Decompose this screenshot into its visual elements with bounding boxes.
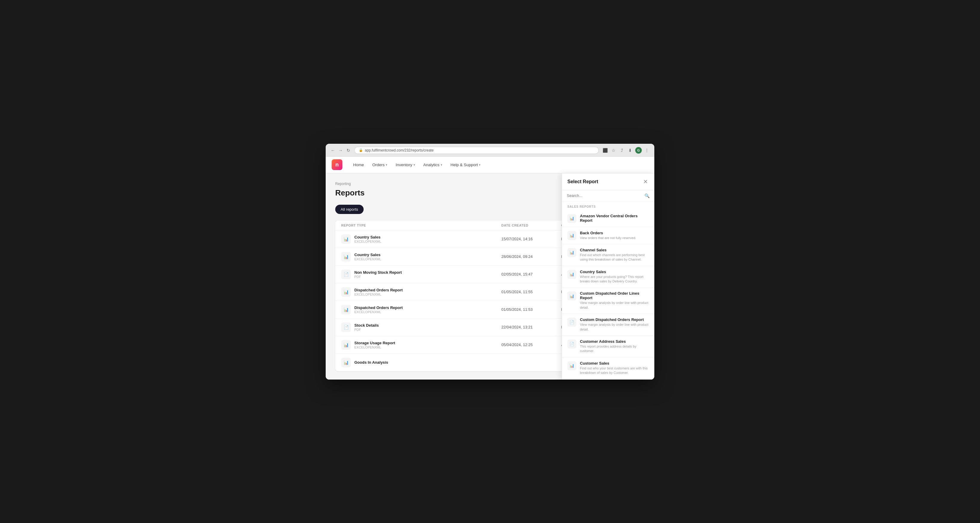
browser-chrome: ← → ↻ 🔒 app.fulfilmentcrowd.com/232/repo…	[326, 144, 654, 156]
nav-orders-label: Orders	[372, 163, 385, 167]
nav-home[interactable]: Home	[350, 160, 368, 169]
report-name: Country Sales	[354, 235, 381, 239]
panel-list: 📊 Amazon Vendor Central Orders Report 📊 …	[562, 210, 654, 379]
nav-home-label: Home	[353, 163, 364, 167]
nav-inventory[interactable]: Inventory ▾	[392, 160, 418, 169]
select-report-panel: Select Report ✕ 🔍 SALES REPORTS 📊 Amazon…	[562, 173, 654, 379]
report-info: Non Moving Stock Report PDF	[354, 270, 402, 279]
panel-item-desc: Find out who your best customers are wit…	[580, 366, 649, 375]
report-type-cell: 📊 Dispatched Orders Report EXCELOPENXML	[341, 287, 501, 297]
panel-item-content: Back Orders View orders that are not ful…	[580, 231, 649, 240]
panel-item-icon: 📊	[567, 214, 576, 223]
panel-title: Select Report	[567, 179, 598, 184]
help-chevron-icon: ▾	[479, 163, 480, 166]
reload-button[interactable]: ↻	[345, 147, 352, 153]
panel-section-label: SALES REPORTS	[562, 201, 654, 210]
panel-item-desc: View margin analysis by order line with …	[580, 301, 649, 310]
list-item[interactable]: 📊 Custom Dispatched Order Lines Report V…	[562, 287, 654, 314]
search-input[interactable]	[567, 193, 642, 198]
download-button[interactable]: ⬇	[627, 147, 633, 154]
nav-analytics[interactable]: Analytics ▾	[420, 160, 446, 169]
header-report-type: REPORT TYPE	[341, 223, 501, 227]
list-item[interactable]: 📊 Amazon Vendor Central Orders Report	[562, 210, 654, 227]
top-nav: n Home Orders ▾ Inventory ▾ Analytics ▾	[326, 156, 654, 173]
panel-item-icon: 📄	[567, 318, 576, 327]
date-cell: 05/04/2024, 12:25	[501, 343, 561, 347]
logo[interactable]: n	[332, 159, 342, 170]
all-reports-button[interactable]: All reports	[335, 205, 364, 214]
report-format: EXCELOPENXML	[354, 240, 381, 243]
report-info: Dispatched Orders Report EXCELOPENXML	[354, 288, 403, 296]
report-name: Stock Details	[354, 323, 379, 328]
report-format: EXCELOPENXML	[354, 346, 395, 349]
panel-close-button[interactable]: ✕	[642, 178, 649, 185]
share-button[interactable]: ⤴	[619, 147, 625, 154]
report-name: Dispatched Orders Report	[354, 288, 403, 292]
panel-item-desc: View orders that are not fully reserved.	[580, 236, 649, 240]
report-icon: 📊	[341, 287, 351, 297]
nav-orders[interactable]: Orders ▾	[369, 160, 391, 169]
profile-button[interactable]: G	[635, 147, 642, 154]
panel-item-title: Back Orders	[580, 231, 649, 235]
app-container: n Home Orders ▾ Inventory ▾ Analytics ▾	[326, 156, 654, 379]
report-type-cell: 📄 Stock Details PDF	[341, 322, 501, 332]
date-cell: 01/05/2024, 11:55	[501, 290, 561, 294]
panel-item-title: Custom Dispatched Order Lines Report	[580, 291, 649, 300]
report-type-cell: 📊 Goods In Analysis	[341, 358, 501, 367]
lock-icon: 🔒	[359, 148, 363, 152]
report-format: EXCELOPENXML	[354, 310, 403, 314]
panel-item-icon: 📊	[567, 248, 576, 257]
report-icon: 📄	[341, 269, 351, 279]
menu-button[interactable]: ⋮	[644, 147, 650, 154]
report-type-cell: 📊 Country Sales EXCELOPENXML	[341, 234, 501, 244]
url-text: app.fulfilmentcrowd.com/232/reports/crea…	[365, 148, 594, 152]
panel-item-title: Custom Dispatched Orders Report	[580, 317, 649, 322]
panel-item-desc: This report provides address details by …	[580, 344, 649, 354]
panel-item-title: Amazon Vendor Central Orders Report	[580, 214, 649, 223]
forward-button[interactable]: →	[337, 147, 344, 153]
report-info: Dispatched Orders Report EXCELOPENXML	[354, 305, 403, 314]
report-icon: 📊	[341, 234, 351, 244]
back-button[interactable]: ←	[330, 147, 336, 153]
list-item[interactable]: 📊 Channel Sales Find out which channels …	[562, 244, 654, 266]
report-icon: 📄	[341, 322, 351, 332]
search-icon: 🔍	[644, 193, 649, 198]
panel-item-desc: View margin analysis by order line with …	[580, 322, 649, 332]
browser-controls: ← → ↻	[330, 147, 352, 153]
list-item[interactable]: 📊 Country Sales Where are your products …	[562, 266, 654, 288]
report-name: Country Sales	[354, 252, 381, 257]
panel-item-title: Customer Sales	[580, 361, 649, 365]
list-item[interactable]: 📄 Custom Dispatched Orders Report View m…	[562, 314, 654, 336]
date-cell: 28/06/2024, 09:24	[501, 254, 561, 259]
panel-item-content: Customer Sales Find out who your best cu…	[580, 361, 649, 375]
panel-item-desc: Find out which channels are performing b…	[580, 253, 649, 262]
report-type-cell: 📊 Dispatched Orders Report EXCELOPENXML	[341, 305, 501, 314]
report-name: Non Moving Stock Report	[354, 270, 402, 275]
report-format: EXCELOPENXML	[354, 293, 403, 296]
list-item[interactable]: 📄 Customer Address Sales This report pro…	[562, 336, 654, 357]
panel-item-icon: 📊	[567, 231, 576, 240]
list-item[interactable]: 📊 Back Orders View orders that are not f…	[562, 227, 654, 244]
date-cell: 02/05/2024, 15:47	[501, 272, 561, 276]
date-cell: 22/04/2024, 13:21	[501, 325, 561, 329]
main-content: Reporting Reports All reports REPORT TYP…	[326, 173, 654, 379]
panel-item-icon: 📄	[567, 340, 576, 348]
report-name: Dispatched Orders Report	[354, 305, 403, 310]
report-icon: 📊	[341, 340, 351, 350]
report-format: EXCELOPENXML	[354, 257, 381, 261]
panel-header: Select Report ✕	[562, 173, 654, 190]
panel-item-content: Custom Dispatched Orders Report View mar…	[580, 317, 649, 332]
analytics-chevron-icon: ▾	[441, 163, 442, 166]
report-icon: 📊	[341, 358, 351, 367]
list-item[interactable]: 📊 Dispatched Order Lines Report View mar…	[562, 379, 654, 379]
nav-analytics-label: Analytics	[423, 163, 439, 167]
extensions-button[interactable]: ⬛	[602, 147, 608, 154]
address-bar[interactable]: 🔒 app.fulfilmentcrowd.com/232/reports/cr…	[354, 147, 599, 154]
report-info: Country Sales EXCELOPENXML	[354, 235, 381, 243]
list-item[interactable]: 📊 Customer Sales Find out who your best …	[562, 357, 654, 379]
nav-help[interactable]: Help & Support ▾	[447, 160, 484, 169]
bookmark-button[interactable]: ☆	[610, 147, 617, 154]
orders-chevron-icon: ▾	[386, 163, 387, 166]
report-name: Storage Usage Report	[354, 341, 395, 345]
report-icon: 📊	[341, 305, 351, 314]
